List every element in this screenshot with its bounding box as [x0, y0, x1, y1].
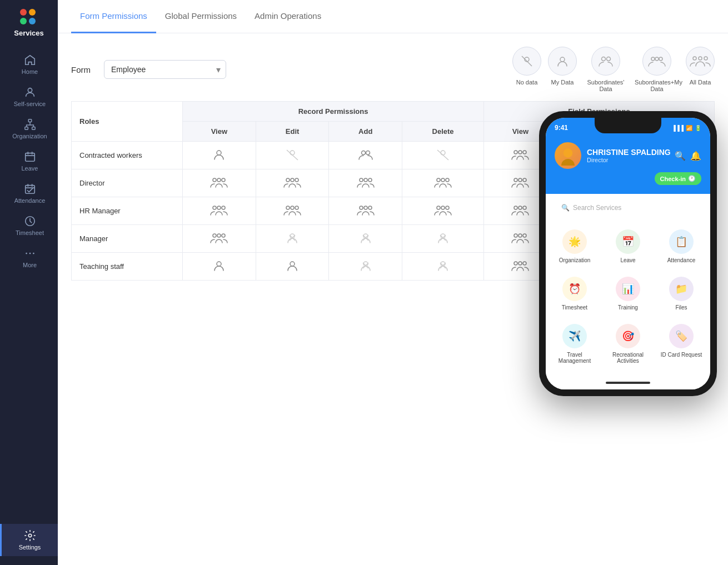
role-cell: Director: [72, 169, 183, 197]
phone-service-item[interactable]: ⏰ Timesheet: [550, 271, 599, 314]
svg-point-59: [213, 206, 216, 209]
permission-cell[interactable]: [329, 253, 402, 281]
tab-form-permissions[interactable]: Form Permissions: [71, 0, 156, 33]
phone-service-item[interactable]: 📁 Files: [657, 271, 706, 314]
svg-point-17: [655, 57, 659, 61]
svg-point-101: [217, 262, 221, 266]
perm-icon-all-data[interactable]: All Data: [686, 47, 715, 92]
svg-point-44: [360, 178, 363, 182]
sidebar-item-self-service[interactable]: Self-service: [0, 81, 58, 113]
permission-cell[interactable]: [183, 142, 256, 169]
permission-cell[interactable]: [256, 253, 329, 281]
svg-rect-3: [32, 127, 34, 130]
permission-cell[interactable]: [329, 169, 402, 197]
sidebar-item-timesheet[interactable]: Timesheet: [0, 209, 58, 242]
my-data-circle: [548, 47, 577, 76]
svg-point-82: [222, 234, 225, 237]
svg-point-119: [564, 148, 573, 158]
tab-admin-operations[interactable]: Admin Operations: [246, 0, 330, 33]
phone-service-grid: 🌟 Organization 📅 Leave 📋 Attendance ⏰ Ti…: [550, 224, 706, 367]
permission-cell[interactable]: [256, 142, 329, 169]
phone-service-item[interactable]: 🌟 Organization: [550, 224, 599, 267]
svg-point-71: [514, 206, 517, 209]
svg-point-65: [360, 206, 363, 209]
permission-cell[interactable]: [329, 142, 402, 169]
tab-global-permissions[interactable]: Global Permissions: [156, 0, 246, 33]
permission-cell[interactable]: [256, 197, 329, 225]
record-permissions-header: Record Permissions: [183, 102, 484, 122]
sidebar-item-settings[interactable]: Settings: [0, 524, 58, 556]
phone-search-icon[interactable]: 🔍: [675, 151, 686, 161]
perm-icon-subordinates-my-data[interactable]: Subordinates+My Data: [635, 47, 679, 92]
permission-cell[interactable]: [256, 169, 329, 197]
my-data-label: My Data: [551, 79, 574, 86]
main-content: Form Permissions Global Permissions Admi…: [58, 0, 728, 565]
permission-cell[interactable]: [402, 225, 484, 253]
permission-cell[interactable]: [183, 169, 256, 197]
svg-point-9: [33, 253, 34, 254]
phone-service-item[interactable]: 🏷️ ID Card Request: [657, 318, 706, 367]
phone-service-item[interactable]: 📋 Attendance: [657, 224, 706, 267]
dot-blue: [29, 18, 36, 24]
wifi-icon: 📶: [686, 125, 692, 131]
svg-point-40: [222, 178, 225, 182]
perm-icon-my-data[interactable]: My Data: [548, 47, 577, 92]
permission-cell[interactable]: [329, 225, 402, 253]
home-icon: [24, 54, 36, 66]
roles-column-header: Roles: [72, 102, 183, 142]
form-select[interactable]: Employee: [104, 60, 226, 79]
phone-search-bar[interactable]: 🔍 Search Services: [555, 199, 701, 216]
sidebar-item-home[interactable]: Home: [0, 48, 58, 81]
svg-point-22: [217, 151, 221, 155]
attendance-icon: [24, 183, 36, 195]
svg-point-102: [290, 262, 295, 266]
svg-line-24: [287, 150, 298, 160]
sidebar-item-more[interactable]: More: [0, 242, 58, 274]
dot-yellow: [29, 9, 36, 16]
phone-checkin-button[interactable]: Check-in 🕐: [655, 172, 701, 185]
phone-service-item[interactable]: ✈️ Travel Management: [550, 318, 599, 367]
sidebar-item-home-label: Home: [22, 68, 38, 75]
org-icon: [24, 118, 36, 131]
phone-service-item[interactable]: 🎯 Recreational Activities: [604, 318, 652, 367]
phone-user-name: CHRISTINE SPALDING: [587, 148, 675, 157]
battery-icon: 🔋: [695, 125, 701, 131]
permission-cell[interactable]: [256, 225, 329, 253]
phone-avatar: [555, 142, 581, 169]
svg-point-38: [213, 178, 216, 182]
service-label: Files: [675, 304, 687, 311]
perm-icon-no-data[interactable]: No data: [512, 47, 541, 92]
permission-cell[interactable]: [402, 142, 484, 169]
sidebar-item-attendance[interactable]: Attendance: [0, 177, 58, 209]
permission-cell[interactable]: [329, 197, 402, 225]
svg-point-30: [518, 151, 522, 154]
svg-point-93: [518, 234, 522, 237]
permission-cell[interactable]: [183, 197, 256, 225]
permission-type-icons: No data My Data: [512, 47, 715, 92]
subordinates-my-data-label: Subordinates+My Data: [635, 79, 679, 92]
sidebar-item-organization[interactable]: Organization: [0, 113, 58, 145]
permission-cell[interactable]: [402, 253, 484, 281]
settings-icon: [24, 529, 36, 542]
permission-cell[interactable]: [402, 197, 484, 225]
col-edit: Edit: [256, 122, 329, 142]
service-icon: 📁: [669, 277, 694, 301]
permission-cell[interactable]: [183, 225, 256, 253]
svg-point-18: [659, 57, 662, 61]
content-wrapper: Form Employee No data: [58, 33, 728, 565]
svg-point-48: [441, 178, 445, 182]
phone-service-item[interactable]: 📅 Leave: [604, 224, 652, 267]
phone-service-item[interactable]: 📊 Training: [604, 271, 652, 314]
svg-point-63: [291, 206, 294, 209]
subordinates-my-data-circle: [642, 47, 671, 76]
svg-point-50: [514, 178, 517, 182]
svg-point-46: [368, 178, 372, 182]
permission-cell[interactable]: [402, 169, 484, 197]
col-add: Add: [329, 122, 402, 142]
phone-header: CHRISTINE SPALDING Director 🔍 🔔 Check-in: [546, 138, 710, 194]
phone-bell-icon[interactable]: 🔔: [690, 151, 701, 161]
perm-icon-subordinates-data[interactable]: Subordinates' Data: [584, 47, 628, 92]
permission-cell[interactable]: [183, 253, 256, 281]
sidebar-item-leave[interactable]: Leave: [0, 145, 58, 177]
role-cell: Teaching staff: [72, 253, 183, 281]
